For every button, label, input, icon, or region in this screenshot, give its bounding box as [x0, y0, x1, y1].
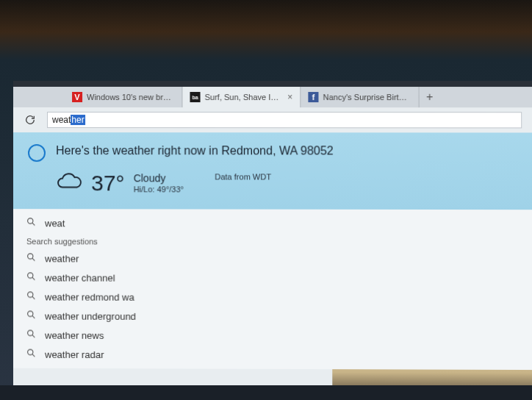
- search-icon: [26, 252, 36, 264]
- tab-label: Nancy's Surprise Birthday Par...: [323, 93, 411, 101]
- search-icon: [26, 349, 36, 360]
- browser-window: V Windows 10's new browser w... ba Surf,…: [13, 81, 532, 400]
- svg-point-8: [28, 311, 33, 316]
- cortana-icon: [28, 144, 46, 162]
- svg-point-0: [28, 218, 33, 224]
- svg-line-13: [32, 354, 35, 357]
- suggestion-item[interactable]: weather redmond wa: [13, 287, 532, 307]
- svg-point-12: [28, 349, 33, 354]
- suggestion-item[interactable]: weather channel: [13, 268, 532, 288]
- suggestion-text: weather: [45, 253, 79, 264]
- favicon-icon: f: [308, 92, 318, 102]
- search-icon: [26, 310, 36, 321]
- monitor-bezel: [0, 385, 532, 400]
- tab-2[interactable]: ba Surf, Sun, Shave Ice, and... ×: [182, 87, 301, 107]
- new-tab-button[interactable]: +: [420, 90, 440, 104]
- svg-line-11: [32, 335, 35, 338]
- close-icon[interactable]: ×: [287, 92, 292, 102]
- svg-point-2: [28, 254, 33, 259]
- cloud-icon: [56, 171, 82, 195]
- svg-line-9: [32, 316, 35, 318]
- address-autocomplete-text: her: [71, 115, 85, 125]
- suggestion-text: weather radar: [45, 349, 104, 360]
- suggestion-item[interactable]: weather radar: [13, 345, 532, 365]
- refresh-icon: [24, 114, 36, 126]
- svg-line-1: [32, 223, 35, 225]
- favicon-icon: V: [72, 92, 82, 102]
- search-icon: [26, 329, 36, 341]
- suggestion-text: weather news: [45, 329, 104, 340]
- suggestion-text: weat: [45, 218, 65, 229]
- svg-line-5: [32, 277, 35, 279]
- suggestion-text: weather redmond wa: [45, 291, 134, 302]
- suggestion-item[interactable]: weather underground: [13, 306, 532, 326]
- window-titlebar: [13, 81, 532, 87]
- temperature-value: 37°: [91, 171, 125, 196]
- cortana-answer-panel: Here's the weather right now in Redmond,…: [13, 132, 532, 210]
- suggestions-panel: weat Search suggestions weather weather …: [13, 209, 532, 370]
- svg-line-3: [32, 258, 35, 260]
- svg-point-4: [28, 273, 33, 278]
- tab-1[interactable]: V Windows 10's new browser w...: [65, 87, 182, 107]
- tab-label: Windows 10's new browser w...: [87, 93, 174, 101]
- address-bar[interactable]: weather: [47, 112, 522, 128]
- search-icon: [26, 217, 36, 229]
- toolbar: weather: [13, 107, 532, 132]
- tab-strip: V Windows 10's new browser w... ba Surf,…: [13, 87, 532, 107]
- suggestions-header: Search suggestions: [13, 232, 532, 249]
- svg-point-6: [28, 292, 33, 297]
- condition-text: Cloudy: [134, 172, 184, 185]
- hilo-text: Hi/Lo: 49°/33°: [134, 185, 184, 194]
- svg-line-7: [32, 297, 35, 299]
- favicon-icon: ba: [190, 92, 200, 102]
- tab-label: Surf, Sun, Shave Ice, and...: [205, 93, 281, 101]
- cortana-heading: Here's the weather right now in Redmond,…: [56, 144, 334, 157]
- suggestion-top[interactable]: weat: [13, 213, 532, 233]
- refresh-button[interactable]: [24, 113, 37, 126]
- suggestion-text: weather channel: [45, 272, 115, 283]
- suggestion-item[interactable]: weather: [13, 249, 532, 269]
- tab-3[interactable]: f Nancy's Surprise Birthday Par...: [301, 87, 419, 107]
- weather-summary: 37° Cloudy Hi/Lo: 49°/33° Data from WDT: [56, 171, 517, 196]
- data-source-text: Data from WDT: [215, 172, 271, 181]
- suggestion-item[interactable]: weather news: [13, 325, 532, 346]
- suggestion-text: weather underground: [45, 310, 136, 321]
- search-icon: [26, 290, 36, 302]
- search-icon: [26, 271, 36, 283]
- address-typed-text: weat: [52, 115, 71, 125]
- svg-point-10: [28, 330, 33, 335]
